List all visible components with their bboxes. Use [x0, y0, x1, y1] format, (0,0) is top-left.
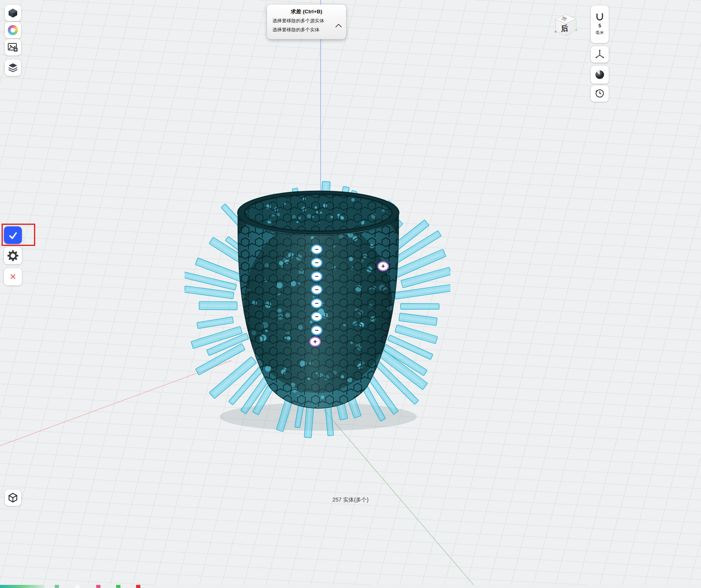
- taskbar-app-strip: [0, 585, 45, 588]
- grid-size-unit: 毫米: [596, 30, 604, 36]
- cube-icon: [8, 8, 18, 18]
- selection-status-text: 257 实体(多个): [0, 497, 701, 504]
- minus-icon: −: [315, 287, 318, 293]
- check-icon: [7, 229, 19, 241]
- deselect-entity-button[interactable]: −: [311, 244, 323, 255]
- deselect-entity-button[interactable]: −: [311, 298, 323, 308]
- tool-prompt-panel: 求差 (Ctrl+B) 选择要移除的多个源实体 选择要移除的多个实体: [267, 5, 346, 39]
- app-window: { "tooltip": { "title": "求差 (Ctrl+B)", "…: [0, 0, 701, 588]
- confirm-button[interactable]: [4, 226, 22, 244]
- layers-button[interactable]: [5, 59, 21, 76]
- image-capture-button[interactable]: [5, 39, 21, 56]
- deselect-entity-button[interactable]: −: [311, 271, 323, 281]
- appearance-button[interactable]: [5, 22, 21, 38]
- color-sphere-icon: [8, 25, 18, 35]
- view-cube-back-label: 后: [560, 24, 568, 33]
- deselect-entity-button[interactable]: −: [311, 325, 323, 335]
- orientation-axes-button[interactable]: [591, 46, 609, 63]
- collapse-prompt-button[interactable]: [334, 22, 343, 29]
- model-lattice-cylinder[interactable]: [185, 177, 450, 443]
- minus-icon: −: [315, 327, 318, 333]
- bodies-visibility-button[interactable]: [5, 5, 21, 21]
- view-cube[interactable]: 后 顶: [550, 9, 580, 39]
- taskbar-peek: [0, 585, 701, 588]
- cancel-button[interactable]: ✕: [4, 268, 22, 285]
- minus-icon: −: [315, 273, 318, 280]
- deselect-entity-button[interactable]: −: [311, 258, 323, 268]
- history-button[interactable]: [591, 85, 609, 102]
- plus-icon: +: [313, 339, 317, 345]
- minus-icon: −: [315, 246, 318, 253]
- deselect-entity-button[interactable]: −: [311, 312, 323, 322]
- deselect-entity-button[interactable]: −: [311, 285, 323, 295]
- chevron-up-icon: [335, 23, 342, 28]
- close-icon: ✕: [9, 272, 16, 281]
- axes-icon: [595, 50, 604, 59]
- shaded-sphere-icon: [595, 70, 605, 80]
- plus-icon: +: [381, 263, 385, 269]
- minus-icon: −: [315, 300, 318, 307]
- minus-icon: −: [315, 260, 318, 266]
- grid-size-value: 5: [599, 23, 601, 29]
- minus-icon: −: [315, 314, 318, 320]
- tool-title: 求差 (Ctrl+B): [267, 8, 346, 15]
- grid-snap-control[interactable]: 5 毫米: [591, 5, 609, 43]
- tool-settings-button[interactable]: [4, 247, 22, 264]
- layers-icon: [8, 63, 18, 73]
- shading-mode-button[interactable]: [591, 66, 609, 84]
- gear-icon: [7, 250, 19, 262]
- snap-icon: [595, 13, 604, 22]
- image-icon: [7, 42, 18, 52]
- add-entity-button[interactable]: +: [309, 337, 321, 347]
- history-clock-icon: [595, 88, 605, 99]
- add-entity-button[interactable]: +: [377, 261, 389, 271]
